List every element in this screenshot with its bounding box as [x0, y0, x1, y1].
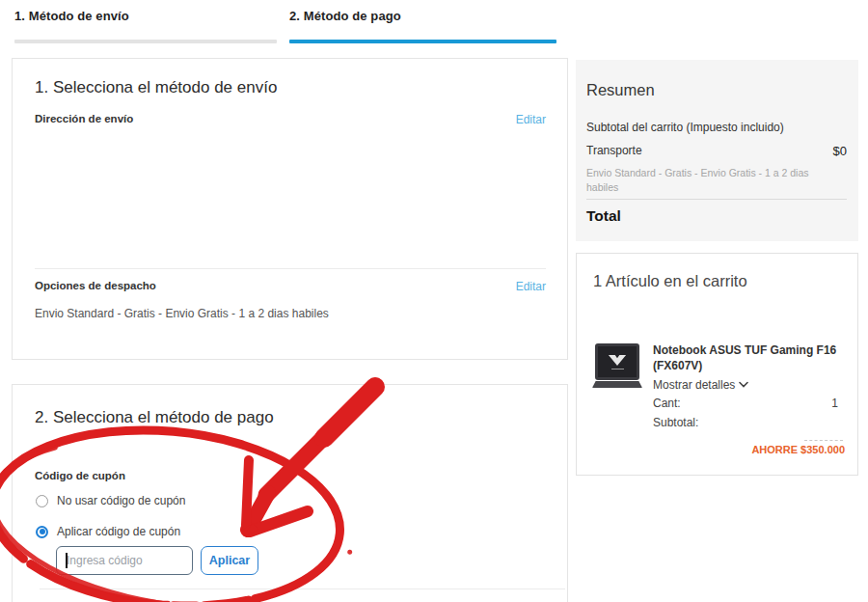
struck-price-placeholder [804, 440, 843, 441]
edit-shipping-address-link[interactable]: Editar [516, 113, 546, 126]
show-details-toggle[interactable]: Mostrar detalles [653, 377, 748, 392]
apply-coupon-button[interactable]: Aplicar [201, 546, 258, 575]
tuf-gaming-logo-icon [608, 354, 627, 367]
summary-total-label: Total [586, 207, 621, 225]
order-summary-panel: Resumen Subtotal del carrito (Impuesto i… [576, 60, 858, 241]
quantity-label: Cant: [653, 397, 681, 410]
tab-shipping-method[interactable]: 1. Método de envío [14, 9, 129, 23]
shipping-panel-divider [35, 268, 546, 269]
summary-divider [586, 199, 847, 200]
tab-payment-underline-active [289, 40, 556, 43]
dispatch-option-value: Envio Standard - Gratis - Envio Gratis -… [35, 307, 329, 320]
cart-title: 1 Artículo en el carrito [593, 272, 747, 290]
radio-option-label: No usar código de cupón [57, 494, 185, 507]
radio-option-no-coupon[interactable]: No usar código de cupón [36, 494, 185, 507]
payment-panel-divider [40, 588, 565, 589]
show-details-label: Mostrar detalles [653, 378, 735, 392]
radio-selected-icon[interactable] [36, 526, 48, 538]
shipping-method-panel: 1. Selecciona el método de envío Direcci… [12, 58, 568, 360]
summary-title: Resumen [586, 81, 655, 99]
payment-method-panel: 2. Selecciona el método de pago Código d… [12, 384, 568, 602]
line-subtotal-label: Subtotal: [653, 416, 698, 429]
shipping-panel-title: 1. Selecciona el método de envío [35, 78, 277, 97]
radio-option-apply-coupon[interactable]: Aplicar código de cupón [36, 525, 180, 538]
edit-dispatch-options-link[interactable]: Editar [516, 280, 546, 293]
laptop-screen [595, 343, 639, 380]
text-cursor [66, 553, 68, 568]
payment-panel-title: 2. Selecciona el método de pago [35, 408, 274, 427]
summary-shipping-note: Envio Standard - Gratis - Envio Gratis -… [586, 166, 829, 194]
tuf-gaming-text [611, 369, 624, 370]
radio-unselected-icon[interactable] [36, 495, 48, 507]
tab-shipping-underline [14, 40, 277, 43]
shipping-address-label: Dirección de envío [35, 113, 133, 124]
cart-panel: 1 Artículo en el carrito Notebook ASUS T… [576, 253, 858, 476]
coupon-code-input[interactable] [56, 546, 193, 575]
quantity-value: 1 [831, 397, 838, 410]
savings-badge: AHORRE $350.000 [751, 444, 845, 455]
tab-payment-method[interactable]: 2. Método de pago [289, 9, 401, 23]
radio-option-label: Aplicar código de cupón [57, 525, 180, 538]
summary-shipping-value: $0 [833, 144, 847, 158]
product-name: Notebook ASUS TUF Gaming F16 (FX607V) [653, 342, 846, 373]
summary-subtotal-label: Subtotal del carrito (Impuesto incluido) [586, 121, 784, 134]
coupon-code-label: Código de cupón [35, 470, 125, 481]
chevron-down-icon [739, 377, 748, 391]
summary-shipping-label: Transporte [586, 144, 642, 157]
laptop-base [592, 381, 642, 388]
dispatch-options-label: Opciones de despacho [35, 280, 156, 291]
product-image [592, 343, 642, 399]
